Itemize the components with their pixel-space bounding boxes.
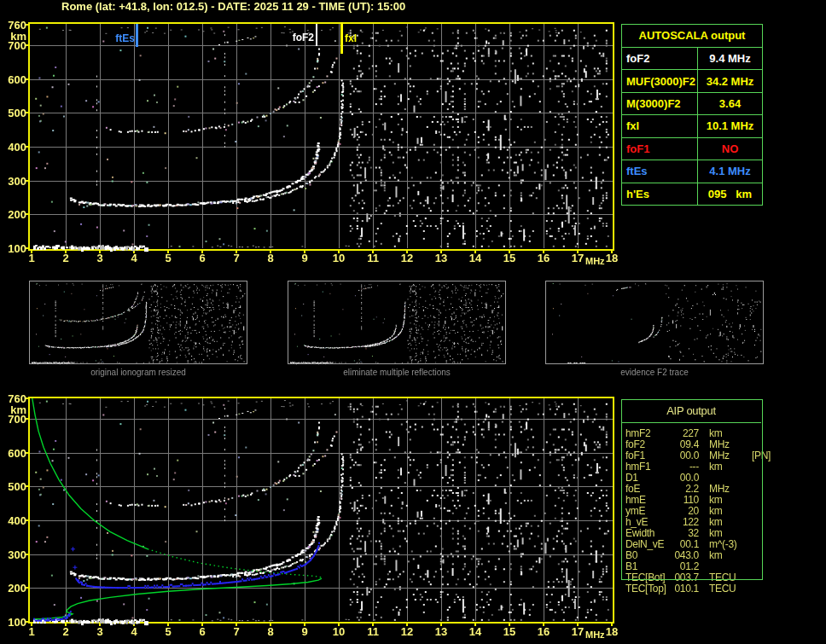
panel-evidence-f2-trace bbox=[545, 281, 764, 364]
x-axis-unit-bottom: MHz bbox=[585, 629, 605, 640]
autoscala-param: MUF(3000)F2 bbox=[622, 70, 698, 91]
page-title: Rome (lat: +41.8, lon: 012.5) - DATE: 20… bbox=[61, 0, 405, 13]
x-tick-label-top: 12 bbox=[394, 252, 420, 264]
autoscala-value: 34.2 MHz bbox=[698, 70, 762, 91]
aip-gap bbox=[699, 539, 709, 550]
autoscala-param: foF1 bbox=[622, 138, 698, 160]
panel-original-ionogram bbox=[29, 281, 247, 364]
aip-gap bbox=[699, 561, 709, 572]
aip-value: 010.1 bbox=[666, 583, 699, 595]
y-tick-label-bottom: 400 bbox=[0, 514, 26, 527]
aip-extra bbox=[752, 495, 761, 506]
x-tick-label-bottom: 13 bbox=[428, 625, 454, 638]
x-tick-label-top: 2 bbox=[53, 252, 79, 264]
autoscala-param: ftEs bbox=[622, 160, 698, 182]
aip-extra bbox=[752, 550, 761, 561]
x-tick-label-top: 13 bbox=[428, 252, 454, 264]
autoscala-row: MUF(3000)F234.2 MHz bbox=[622, 70, 762, 92]
x-tick-label-top: 11 bbox=[360, 252, 386, 264]
x-tick-label-bottom: 9 bbox=[292, 625, 317, 638]
aip-gap bbox=[699, 428, 709, 439]
y-tick-label-bottom: 600 bbox=[0, 447, 26, 460]
autoscala-param: M(3000)F2 bbox=[622, 93, 698, 114]
y-tick-label-top: 200 bbox=[0, 208, 26, 221]
ftes-marker-label: ftEs bbox=[102, 32, 135, 44]
x-tick-label-bottom: 7 bbox=[224, 625, 249, 638]
x-tick-label-top: 5 bbox=[155, 252, 181, 264]
aip-param: TEC[Top] bbox=[625, 583, 666, 595]
aip-gap bbox=[699, 473, 709, 484]
x-tick-label-bottom: 14 bbox=[462, 625, 488, 638]
autoscala-value: 9.4 MHz bbox=[698, 48, 762, 69]
aip-unit: km bbox=[709, 461, 752, 473]
x-tick-label-top: 10 bbox=[326, 252, 352, 264]
aip-title: AIP output bbox=[621, 399, 761, 423]
x-tick-label-bottom: 10 bbox=[326, 625, 352, 638]
x-tick-label-top: 9 bbox=[292, 252, 317, 264]
y-axis-unit-bottom: km bbox=[0, 403, 26, 416]
autoscala-row: ftEs4.1 MHz bbox=[622, 160, 762, 183]
aip-extra bbox=[752, 572, 761, 583]
x-tick-label-bottom: 11 bbox=[360, 625, 386, 638]
aip-gap bbox=[699, 550, 709, 561]
x-tick-label-top: 7 bbox=[224, 252, 249, 264]
x-tick-label-top: 4 bbox=[121, 252, 147, 264]
aip-gap bbox=[699, 572, 709, 583]
autoscala-title: AUTOSCALA output bbox=[622, 25, 762, 48]
aip-extra bbox=[752, 461, 761, 473]
aip-extra bbox=[752, 528, 761, 539]
aip-gap bbox=[699, 495, 709, 506]
panel-caption-evidence: evidence F2 trace bbox=[545, 368, 764, 377]
panel-eliminate-reflections bbox=[288, 281, 506, 364]
aip-rows: hmF2227kmfoF209.4MHzfoF100.0MHz[PN]hmF1-… bbox=[621, 423, 761, 595]
autoscala-row: fxl10.1 MHz bbox=[622, 115, 762, 137]
aip-extra bbox=[752, 506, 761, 517]
y-axis-unit-top: km bbox=[0, 30, 26, 43]
autoscala-rows: foF29.4 MHzMUF(3000)F234.2 MHzM(3000)F23… bbox=[622, 48, 762, 205]
x-tick-label-bottom: 3 bbox=[87, 625, 113, 638]
x-tick-label-bottom: 5 bbox=[155, 625, 181, 638]
autoscala-row: foF29.4 MHz bbox=[622, 48, 762, 70]
aip-extra bbox=[752, 561, 761, 572]
aip-gap bbox=[699, 450, 709, 461]
x-tick-label-bottom: 4 bbox=[121, 625, 147, 638]
autoscala-row: M(3000)F23.64 bbox=[622, 93, 762, 115]
x-tick-label-top: 16 bbox=[531, 252, 556, 264]
aip-extra bbox=[752, 428, 761, 439]
x-tick-label-top: 3 bbox=[87, 252, 113, 264]
aip-gap bbox=[699, 484, 709, 495]
aip-unit: km bbox=[709, 550, 752, 561]
aip-gap bbox=[699, 506, 709, 517]
panel-caption-eliminate: eliminate multiple reflections bbox=[288, 368, 506, 377]
x-tick-label-top: 6 bbox=[189, 252, 215, 264]
aip-extra bbox=[752, 473, 761, 484]
panel-caption-original: original ionogram resized bbox=[29, 368, 247, 377]
y-tick-label-top: 600 bbox=[0, 73, 26, 86]
fof2-marker-label: foF2 bbox=[282, 32, 314, 44]
y-tick-label-top: 400 bbox=[0, 141, 26, 154]
aip-gap bbox=[699, 439, 709, 450]
y-tick-label-top: 300 bbox=[0, 175, 26, 188]
autoscala-value: 3.64 bbox=[698, 93, 762, 114]
x-tick-label-top: 15 bbox=[497, 252, 522, 264]
y-tick-label-bottom: 300 bbox=[0, 548, 26, 561]
ionogram-app: { "header": { "title": "Rome (lat: +41.8… bbox=[0, 0, 826, 644]
aip-gap bbox=[699, 583, 709, 595]
aip-gap bbox=[699, 461, 709, 473]
y-tick-label-bottom: 500 bbox=[0, 480, 26, 493]
x-tick-label-bottom: 6 bbox=[189, 625, 215, 638]
autoscala-row: h'Es095 km bbox=[622, 183, 762, 205]
autoscala-param: h'Es bbox=[622, 183, 698, 205]
autoscala-value: NO bbox=[698, 138, 762, 160]
autoscala-param: foF2 bbox=[622, 48, 698, 69]
aip-extra bbox=[752, 517, 761, 528]
y-tick-label-bottom: 100 bbox=[0, 616, 26, 629]
autoscala-table: AUTOSCALA output foF29.4 MHzMUF(3000)F23… bbox=[621, 24, 763, 206]
aip-gap bbox=[699, 517, 709, 528]
x-axis-unit-top: MHz bbox=[585, 256, 605, 266]
aip-extra bbox=[752, 539, 761, 550]
x-tick-label-bottom: 16 bbox=[531, 625, 556, 638]
x-tick-label-bottom: 8 bbox=[258, 625, 283, 638]
autoscala-row: foF1NO bbox=[622, 138, 762, 160]
aip-gap bbox=[699, 528, 709, 539]
